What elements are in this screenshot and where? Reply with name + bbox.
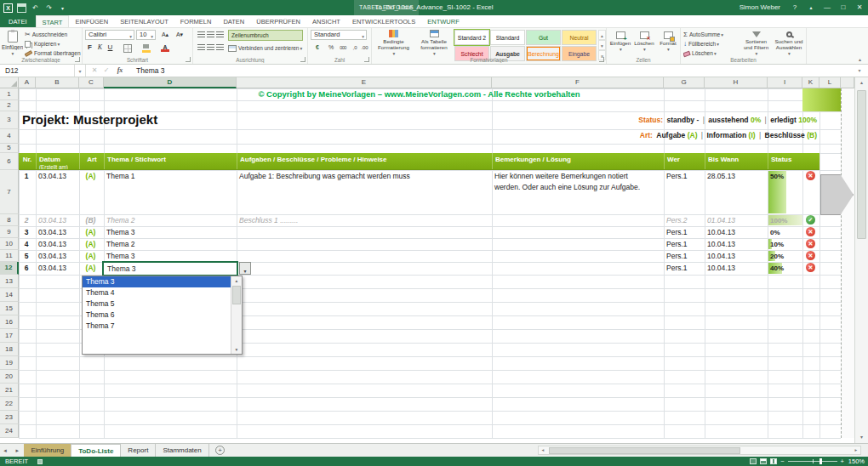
help-icon[interactable] xyxy=(790,0,800,15)
gallery-down-icon[interactable] xyxy=(598,40,606,50)
style-gut[interactable]: Gut xyxy=(526,30,561,45)
row-header-1[interactable]: 1 xyxy=(0,88,19,100)
cell-status-box[interactable]: 0% xyxy=(768,226,802,238)
cell-thema[interactable]: Thema 2 xyxy=(104,214,237,226)
cell-datum[interactable]: 03.04.13 xyxy=(36,170,79,214)
dialog-launcher-icon[interactable] xyxy=(364,57,369,62)
zoom-slider-thumb[interactable] xyxy=(819,458,822,464)
cell-bis[interactable]: 10.04.13 xyxy=(705,262,768,275)
scrollbar-thumb[interactable] xyxy=(232,286,241,304)
row-header-22[interactable]: 22 xyxy=(0,397,19,411)
row-header-19[interactable]: 19 xyxy=(0,356,19,370)
row-header-9[interactable]: 9 xyxy=(0,226,19,238)
zoom-out-icon[interactable] xyxy=(780,457,784,466)
name-box[interactable]: D12 xyxy=(0,65,75,77)
normal-view-icon[interactable] xyxy=(750,458,757,464)
dialog-launcher-icon[interactable] xyxy=(300,57,306,62)
formula-bar-expand-icon[interactable] xyxy=(854,65,865,77)
cell-art[interactable]: (A) xyxy=(79,250,104,262)
ribbon-tab-überprüfen[interactable]: ÜBERPRÜFEN xyxy=(250,15,306,27)
cell-art[interactable]: (A) xyxy=(79,226,104,238)
scrollbar-thumb[interactable] xyxy=(857,90,866,239)
cut-button[interactable]: Ausschneiden xyxy=(25,31,82,39)
cell-datum[interactable]: 03.04.13 xyxy=(36,238,79,250)
maximize-icon[interactable] xyxy=(838,0,848,15)
cell-art[interactable]: (A) xyxy=(79,170,104,214)
merge-center-button[interactable]: Verbinden und zentrieren xyxy=(228,43,305,54)
row-header-8[interactable]: 8 xyxy=(0,214,19,226)
row-header-13[interactable]: 13 xyxy=(0,275,19,288)
row-header-11[interactable]: 11 xyxy=(0,250,19,262)
style-standard[interactable]: Standard xyxy=(490,30,525,45)
currency-format-icon[interactable] xyxy=(311,43,324,53)
ribbon-tab-seitenlayout[interactable]: SEITENLAYOUT xyxy=(114,15,174,27)
cell-art[interactable]: (A) xyxy=(79,238,104,250)
italic-button[interactable]: K xyxy=(95,43,105,54)
status-open-icon[interactable]: ✕ xyxy=(806,227,815,236)
cell-wer[interactable]: Pers.1 xyxy=(664,238,705,250)
percent-format-icon[interactable] xyxy=(327,43,335,53)
scroll-right-icon[interactable] xyxy=(852,446,860,454)
insert-function-button[interactable]: fx xyxy=(114,65,126,77)
ribbon-tab-entwurf[interactable]: ENTWURF xyxy=(421,15,465,27)
ribbon-options-icon[interactable] xyxy=(806,0,816,15)
status-open-icon[interactable]: ✕ xyxy=(806,263,815,272)
undo-icon[interactable] xyxy=(31,3,40,13)
dropdown-item-thema-4[interactable]: Thema 4 xyxy=(83,287,231,298)
underline-button[interactable]: U xyxy=(106,43,115,54)
ribbon-tab-einfügen[interactable]: EINFÜGEN xyxy=(69,15,114,27)
next-sheet-icon[interactable] xyxy=(12,444,22,457)
column-header-C[interactable]: C xyxy=(79,77,104,88)
cell-dropdown-arrow-button[interactable] xyxy=(239,262,251,275)
dialog-launcher-icon[interactable] xyxy=(75,57,80,62)
row-header-4[interactable]: 4 xyxy=(0,129,19,144)
dropdown-item-thema-3[interactable]: Thema 3 xyxy=(83,276,231,287)
vertical-scrollbar[interactable] xyxy=(854,77,868,443)
row-header-15[interactable]: 15 xyxy=(0,302,19,315)
align-bottom-icon[interactable] xyxy=(216,31,224,38)
selected-cell-d12[interactable]: Thema 3 xyxy=(102,261,238,276)
horizontal-scrollbar[interactable] xyxy=(538,446,861,455)
wrap-text-button[interactable]: Zeilenumbruch xyxy=(228,30,303,41)
column-header-K[interactable]: K xyxy=(802,77,819,88)
column-header-F[interactable]: F xyxy=(492,77,664,88)
row-header-24[interactable]: 24 xyxy=(0,424,19,438)
row-header-7[interactable]: 7 xyxy=(0,170,19,214)
cell-nr[interactable]: 1 xyxy=(19,170,36,214)
row-header-23[interactable]: 23 xyxy=(0,411,19,424)
dropdown-scrollbar[interactable] xyxy=(231,276,242,354)
ribbon-tab-ansicht[interactable]: ANSICHT xyxy=(306,15,346,27)
zoom-slider[interactable] xyxy=(788,461,837,462)
column-header-G[interactable]: G xyxy=(664,77,705,88)
row-header-2[interactable]: 2 xyxy=(0,100,19,111)
redo-icon[interactable] xyxy=(44,3,54,13)
row-header-14[interactable]: 14 xyxy=(0,288,19,302)
column-header-H[interactable]: H xyxy=(705,77,768,88)
cell-datum[interactable]: 03.04.13 xyxy=(36,226,79,238)
status-open-icon[interactable]: ✕ xyxy=(806,251,815,260)
cell-art[interactable]: (B) xyxy=(79,214,104,226)
status-open-icon[interactable]: ✕ xyxy=(806,171,815,180)
cell-thema[interactable]: Thema 1 xyxy=(104,170,237,214)
scroll-down-icon[interactable] xyxy=(231,345,242,354)
name-box-dropdown-icon[interactable] xyxy=(75,65,86,77)
ribbon-tab-formeln[interactable]: FORMELN xyxy=(174,15,218,27)
dropdown-item-thema-6[interactable]: Thema 6 xyxy=(83,310,231,321)
increase-font-icon[interactable] xyxy=(158,30,172,41)
user-name[interactable]: Simon Weber xyxy=(740,0,780,15)
quick-access-dropdown-icon[interactable] xyxy=(58,3,67,13)
ribbon-tab-start[interactable]: START xyxy=(36,15,70,27)
scroll-left-icon[interactable] xyxy=(539,446,547,454)
formula-content[interactable]: Thema 3 xyxy=(136,65,851,77)
cancel-entry-icon[interactable] xyxy=(89,65,100,77)
fill-color-button[interactable] xyxy=(142,43,152,54)
scrollbar-thumb[interactable] xyxy=(549,447,740,454)
number-format-select[interactable]: Standard xyxy=(311,30,367,40)
confirm-entry-icon[interactable] xyxy=(100,65,112,77)
cell-art[interactable]: (A) xyxy=(79,262,104,275)
cell-nr[interactable]: 5 xyxy=(19,250,36,262)
style-neutral[interactable]: Neutral xyxy=(562,30,597,45)
page-break-view-icon[interactable] xyxy=(770,458,777,464)
font-size-select[interactable]: 10 xyxy=(136,30,156,40)
close-icon[interactable] xyxy=(854,0,865,15)
